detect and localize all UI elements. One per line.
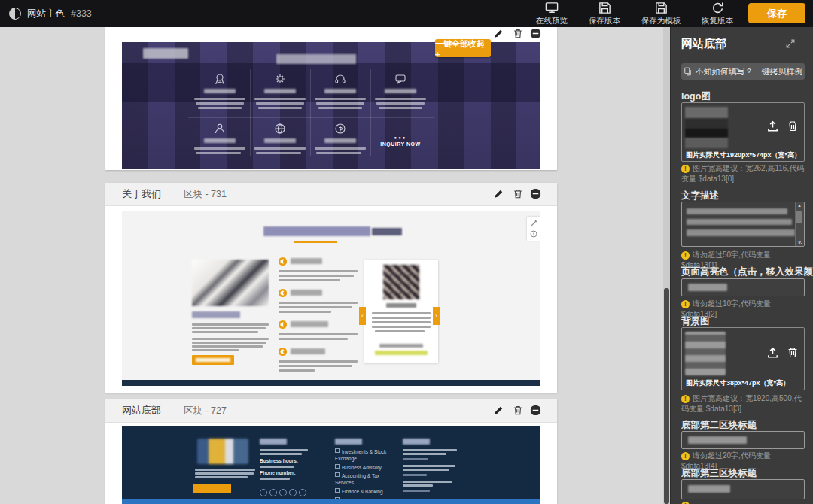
feature-icon-gear: [273, 72, 287, 89]
carousel-prev-icon[interactable]: ‹: [359, 307, 366, 325]
scrollbar-track[interactable]: [663, 27, 670, 504]
input-value-redacted: [688, 485, 730, 493]
footer-services-list: Investments & Stock Exchange Business Ad…: [335, 448, 395, 504]
about-text-line: [192, 331, 258, 333]
third-block-title-input[interactable]: [681, 479, 805, 499]
collapse-block-button[interactable]: [530, 188, 542, 200]
testimonial-text-line: [372, 312, 431, 314]
upload-icon[interactable]: [766, 120, 779, 135]
list-title-redacted: [291, 258, 322, 264]
feature-text-line: [196, 152, 241, 154]
testimonial-link-redacted: [379, 344, 423, 348]
delete-block-button[interactable]: [513, 405, 525, 417]
collapse-all-button[interactable]: 一键全部收起 +: [435, 39, 491, 57]
social-icon[interactable]: [269, 489, 277, 496]
edit-block-button[interactable]: [493, 188, 505, 200]
save-as-template-button[interactable]: 保存为模板: [634, 1, 688, 26]
footer-preview: Business hours: Phone number: Investment…: [122, 426, 540, 504]
service-item[interactable]: Investments & Stock Exchange: [335, 448, 395, 463]
list-text-line: [279, 275, 354, 277]
textarea-scroll-thumb[interactable]: [796, 211, 802, 223]
list-text-line: [279, 369, 315, 372]
highlight-input[interactable]: [681, 278, 805, 296]
inquiry-dots: ●●●: [378, 135, 423, 140]
feature-text-line: [194, 98, 245, 100]
carousel-next-icon[interactable]: ›: [433, 307, 440, 325]
logo-image-field: 图片实际尺寸1920px*574px（宽*高）: [681, 102, 805, 162]
block-header: 关于我们 区块 - 731: [105, 183, 557, 206]
service-item[interactable]: Business Advisory: [335, 464, 395, 472]
phone-number-label: Phone number:: [260, 470, 296, 475]
restore-version-label: 恢复版本: [702, 16, 733, 26]
info-icon[interactable]: [530, 230, 537, 238]
about-heading-underline: [294, 241, 337, 243]
social-icon[interactable]: [279, 489, 287, 496]
copy-sample-button[interactable]: 不知如何填写？一键拷贝样例: [681, 63, 805, 80]
about-text-line: [192, 323, 269, 326]
warning-icon: !: [681, 165, 690, 173]
restore-version-button[interactable]: 恢复版本: [694, 1, 741, 26]
bullet-icon: [335, 464, 340, 469]
expand-panel-icon[interactable]: [785, 38, 796, 52]
second-block-title-label: 底部第二区块标题: [681, 419, 757, 432]
social-icon[interactable]: [299, 489, 306, 496]
collapse-block-button[interactable]: [530, 28, 542, 40]
site-color-control[interactable]: 网站主色 #333: [9, 8, 92, 20]
footer-date-line: [403, 474, 427, 476]
block-title: 网站底部: [122, 399, 161, 422]
background-thumbnail[interactable]: [685, 332, 726, 375]
service-item[interactable]: Accounting & Tax Services: [335, 472, 395, 487]
service-item[interactable]: Finance & Banking: [335, 488, 395, 496]
footer-text-line: [195, 476, 248, 478]
description-textarea[interactable]: ▲ ▼: [681, 202, 805, 247]
block-title: 关于我们: [122, 183, 161, 205]
list-bullet-icon: [279, 289, 287, 297]
list-title-redacted: [291, 321, 328, 327]
edit-block-button[interactable]: [493, 28, 505, 40]
bullet-icon: [335, 472, 340, 477]
wrench-icon[interactable]: [530, 220, 537, 227]
logo-thumbnail[interactable]: [685, 107, 728, 148]
background-size-text: 图片实际尺寸38px*47px（宽*高）: [686, 378, 790, 388]
inquiry-now-link[interactable]: INQUIRY NOW: [370, 141, 431, 147]
second-block-title-input[interactable]: [681, 431, 805, 449]
edit-block-button[interactable]: [493, 405, 505, 417]
upload-icon[interactable]: [766, 346, 779, 362]
delete-block-button[interactable]: [513, 28, 525, 40]
footer-cta-button[interactable]: [193, 484, 231, 493]
about-more-button[interactable]: [192, 355, 234, 365]
collapse-block-button[interactable]: [530, 405, 542, 417]
feature-text-line: [376, 102, 425, 105]
warning-icon: !: [681, 395, 690, 403]
bullet-icon: [335, 448, 340, 453]
save-button[interactable]: 保存: [748, 3, 805, 23]
list-bullet-icon: [279, 320, 287, 329]
social-icon[interactable]: [289, 489, 297, 496]
testimonial-text-line: [372, 321, 431, 323]
save-version-button[interactable]: 保存版本: [581, 1, 628, 26]
delete-block-button[interactable]: [513, 188, 525, 200]
site-color-icon: [9, 8, 21, 20]
hero-logo-redacted: [143, 48, 188, 59]
panel-title: 网站底部: [681, 37, 726, 51]
about-text-line: [192, 342, 266, 344]
feature-text-line: [256, 102, 304, 105]
scrollbar-thumb[interactable]: [664, 288, 669, 504]
testimonial-text-line: [375, 330, 425, 332]
social-icon[interactable]: [260, 489, 267, 496]
scroll-up-icon[interactable]: ▲: [797, 203, 802, 208]
trash-icon[interactable]: [787, 346, 799, 362]
resize-handle-icon[interactable]: [797, 239, 803, 245]
trash-icon[interactable]: [787, 120, 799, 135]
copy-icon: [684, 67, 692, 76]
divider: [250, 69, 251, 156]
feature-icon-person: [213, 122, 227, 138]
footer-text-line: [260, 449, 308, 451]
footer-date-line: [403, 458, 428, 460]
testimonial-highlight-redacted: [375, 351, 428, 355]
preview-online-button[interactable]: 在线预览: [528, 1, 575, 26]
site-color-label: 网站主色: [27, 8, 65, 20]
bullet-icon: [335, 488, 340, 493]
feature-title-redacted: [324, 138, 356, 143]
logo-field-label: logo图: [681, 90, 711, 103]
